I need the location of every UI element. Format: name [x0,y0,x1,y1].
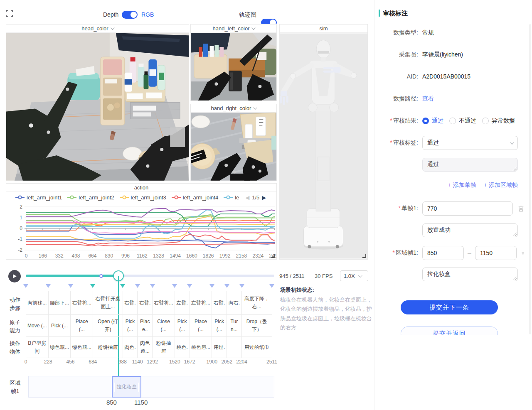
step-cell[interactable]: 肉色透... [138,337,153,358]
step-cell[interactable]: Open (打开) [93,315,123,336]
resize-grip-icon[interactable] [513,277,517,280]
fullscreen-icon[interactable] [6,10,13,17]
segment-marker-icon[interactable] [209,284,214,288]
hand-right-camera-header[interactable]: hand_right_color [191,104,276,113]
step-cell[interactable]: 高度下降，右... [242,291,272,314]
head-camera-header[interactable]: head_color [6,25,189,33]
step-cell[interactable]: 粉饼抽屉 [93,337,123,358]
segment-marker-icon[interactable] [150,284,155,288]
segment-marker-icon[interactable] [172,284,177,288]
segment-marker-icon[interactable] [187,284,192,288]
radio-option-label[interactable]: 通过 [432,117,443,125]
step-cell[interactable]: 左臂将... [190,291,212,314]
legend-item[interactable]: left_arm_joint2 [67,194,114,201]
depth-rgb-toggle[interactable] [122,11,138,19]
radio-selected[interactable] [422,118,429,124]
play-button[interactable] [8,270,21,282]
data-path-view-link[interactable]: 查看 [422,95,434,103]
segment-marker-icon[interactable] [23,284,28,288]
speed-select[interactable]: 1.0X [340,270,368,281]
step-cell[interactable]: 右臂. [138,291,153,314]
svg-text:0: 0 [25,253,28,259]
review-tag-note-textarea[interactable]: 通过 [422,158,518,172]
step-cell[interactable]: Pick (... [212,315,227,336]
step-cell[interactable]: 向前移... [26,291,49,314]
segment-marker-icon[interactable] [224,284,229,288]
segment-marker-icon[interactable] [46,284,51,288]
single-frame-input[interactable] [422,201,513,216]
region-frame-track[interactable]: 拉化妆盒 [28,376,274,398]
resize-grip-icon[interactable] [513,233,517,236]
step-cell[interactable]: 右臂将... [153,291,175,314]
step-cell[interactable]: Drop（丢下） [242,315,272,336]
step-cell[interactable]: Move (... [26,315,49,336]
resize-corner-icon[interactable] [362,254,366,258]
step-cell[interactable]: 肉色. [123,337,138,358]
segment-marker-icon[interactable] [135,284,140,288]
step-cell[interactable]: 粉饼抽屉 [153,337,175,358]
step-cell[interactable]: B户型房间 [26,337,49,358]
radio-option-label[interactable]: 不通过 [459,117,476,125]
hand-left-camera-header[interactable]: hand_left_color [191,25,276,33]
sim-header[interactable]: sim [280,25,367,33]
data-path-label: 数据路径: [374,95,418,103]
step-cell[interactable]: Place (... [71,315,93,336]
legend-item[interactable]: le [224,194,239,201]
legend-item[interactable]: left_arm_joint1 [15,194,62,201]
step-cell[interactable]: Pick (... [175,315,190,336]
step-cell[interactable]: Turn... [227,315,242,336]
step-cell[interactable]: 左臂. [175,291,190,314]
step-cell[interactable]: 右臂. [123,291,138,314]
step-cell[interactable]: 右臂打开桌面上... [93,291,123,314]
step-cell[interactable]: 右臂将... [71,291,93,314]
radio-unselected[interactable] [482,118,489,124]
joint-trajectory-chart[interactable]: 210-1-2016633249866483099611621328149416… [6,203,276,259]
step-cell[interactable]: 向右. [227,291,242,314]
add-single-frame-link[interactable]: + 添加单帧 [448,182,476,189]
step-cell[interactable]: 用过. [212,337,227,358]
legend-item[interactable]: left_arm_joint3 [120,194,166,201]
step-cell[interactable]: 绿色瓶... [49,337,71,358]
step-cell[interactable]: 桃色. [175,337,190,358]
segment-marker-icon[interactable] [68,284,73,288]
step-cell[interactable]: Close (... [153,315,175,336]
resize-grip-icon[interactable] [513,167,517,171]
step-cell[interactable]: 右臂. [212,291,227,314]
region-frame-desc-textarea[interactable]: 拉化妆盒 [422,268,518,281]
radio-unselected[interactable] [449,118,456,124]
region-right-handle[interactable] [138,383,139,392]
step-cell[interactable]: 用过的纸巾 [242,337,272,358]
step-cell[interactable]: 绿色瓶... [71,337,93,358]
delete-region-frame-icon[interactable] [522,250,524,257]
delete-single-frame-icon[interactable] [518,205,524,212]
chart-legend: left_arm_joint1 left_arm_joint2 left_arm… [15,192,266,203]
add-region-frame-link[interactable]: + 添加区域帧 [484,182,518,189]
step-cell[interactable]: Pick (... [123,315,138,336]
resize-corner-icon[interactable] [271,254,275,258]
step-cell[interactable] [227,337,242,358]
step-cell[interactable]: Pick (... [49,315,71,336]
scrollbar[interactable] [529,24,531,334]
step-cell[interactable]: 桃色唇... [190,337,212,358]
legend-item[interactable]: left_arm_joint4 [172,194,218,201]
legend-next-icon[interactable]: ▶ [262,194,266,201]
region-end-input[interactable] [475,246,517,260]
radio-option-label[interactable]: 异常数据 [492,117,515,125]
region-start-input[interactable] [422,246,464,260]
legend-prev-icon[interactable]: ◀ [245,194,249,201]
submit-next-button[interactable]: 提交并下一条 [401,300,498,314]
step-cell[interactable]: 腰部下... [49,291,71,314]
submit-return-button[interactable]: 提交并返回 [401,327,498,335]
region-frame-segment[interactable]: 拉化妆盒 [112,376,141,398]
segment-marker-active-icon[interactable] [120,284,125,288]
region-left-handle[interactable] [114,383,115,392]
segment-marker-icon[interactable] [239,284,244,288]
step-cell[interactable]: Place.. [138,315,153,336]
single-frame-desc-textarea[interactable]: 放置成功 [422,223,518,237]
step-cell[interactable]: Place (... [190,315,212,336]
review-tag-select[interactable]: 通过 [422,136,518,150]
segment-marker-active-icon[interactable] [90,284,95,288]
segment-marker-icon[interactable] [269,284,274,288]
legend-pager: ◀ 1/5 ▶ [245,194,266,201]
single-frame-marker-dot[interactable] [99,274,103,278]
